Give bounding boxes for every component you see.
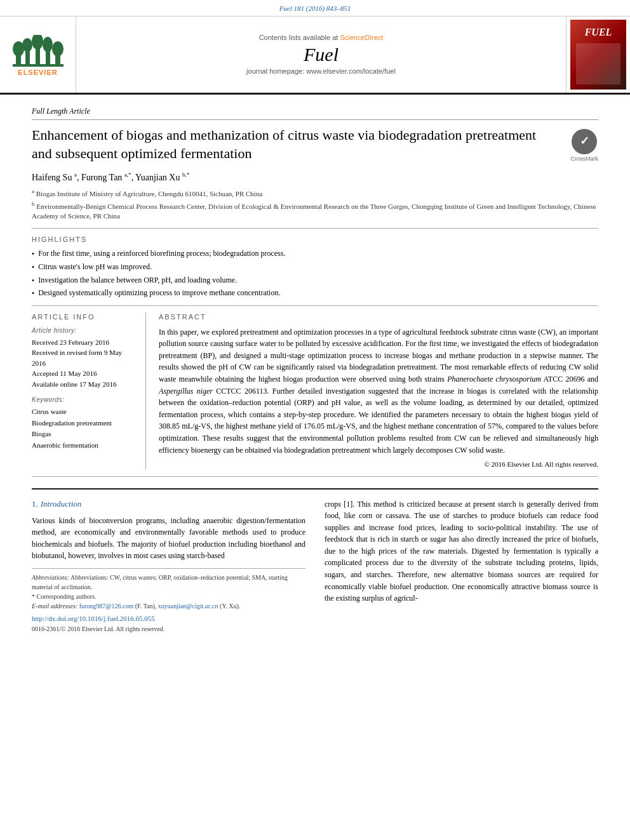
affil-a: a Biogas Institute of Ministry of Agricu…	[32, 187, 598, 199]
citation-bar: Fuel 181 (2016) 843–851	[0, 0, 630, 17]
author-sup-a2: a,*	[124, 171, 131, 178]
history-label: Article history:	[32, 326, 137, 335]
highlight-item-1: • For the first time, using a reinforced…	[32, 248, 598, 260]
abbreviations-line: Abbreviations: Abbreviations: CW, citrus…	[32, 573, 305, 592]
highlight-item-3: • Investigation the balance between ORP,…	[32, 275, 598, 286]
abstract-heading: ABSTRACT	[159, 312, 598, 322]
email-label: E-mail addresses:	[32, 603, 77, 610]
divider-2	[32, 305, 598, 306]
bullet-4: •	[32, 288, 34, 299]
citation-text: Fuel 181 (2016) 843–851	[279, 4, 351, 12]
abbrev-label: Abbreviations:	[32, 574, 69, 581]
abstract-text: In this paper, we explored pretreatment …	[159, 326, 598, 457]
article-type: Full Length Article	[32, 106, 598, 120]
affil-sup-a: a	[32, 188, 34, 194]
intro-two-col: 1.Introduction Various kinds of bioconve…	[32, 498, 598, 634]
divider-3	[32, 476, 598, 477]
email-furong[interactable]: furong987@126.com	[79, 603, 134, 610]
sciencedirect-line: Contents lists available at ScienceDirec…	[259, 33, 384, 43]
accepted-date: Accepted 11 May 2016	[32, 368, 137, 379]
highlight-text-3: Investigation the balance between ORP, p…	[38, 275, 237, 286]
highlight-item-4: • Designed systematically optimizing pro…	[32, 288, 598, 299]
journal-cover-area: FUEL	[566, 17, 630, 93]
elsevier-svg	[13, 35, 64, 67]
journal-homepage: journal homepage: www.elsevier.com/locat…	[246, 67, 396, 76]
email-yuanjian[interactable]: xuyuanjian@cigit.ac.cn	[158, 603, 218, 610]
highlight-text-4: Designed systematically optimizing proce…	[38, 288, 280, 298]
highlight-item-2: • Citrus waste's low pH was improved.	[32, 262, 598, 273]
svg-rect-6	[46, 51, 50, 65]
elsevier-logo: ELSEVIER	[13, 32, 64, 77]
available-date: Available online 17 May 2016	[32, 379, 137, 390]
author-sup-a: a	[74, 171, 77, 178]
crossmark-label: CrossMark	[570, 156, 598, 163]
intro-heading: 1.Introduction	[32, 498, 305, 510]
species-1: Phanerochaete chrysosporium	[447, 375, 541, 383]
journal-name: Fuel	[304, 45, 338, 64]
svg-rect-4	[36, 48, 40, 65]
journal-header: ELSEVIER Contents lists available at Sci…	[0, 17, 630, 95]
bullet-3: •	[32, 276, 34, 286]
introduction-section: 1.Introduction Various kinds of bioconve…	[32, 488, 598, 634]
svg-rect-2	[25, 51, 30, 65]
affil-a-text: Biogas Institute of Ministry of Agricult…	[36, 190, 263, 197]
intro-col-left: 1.Introduction Various kinds of bioconve…	[32, 498, 305, 634]
intro-para-2: crops [1]. This method is criticized bec…	[325, 498, 598, 604]
affil-b: b Environmentally-Benign Chemical Proces…	[32, 200, 598, 221]
abbrev-text: Abbreviations: CW, citrus wastes; ORP, o…	[32, 574, 288, 590]
info-abstract-row: ARTICLE INFO Article history: Received 2…	[32, 312, 598, 469]
crossmark[interactable]: ✓ CrossMark	[570, 129, 598, 163]
crossmark-icon: ✓	[572, 129, 597, 154]
page: Fuel 181 (2016) 843–851	[0, 0, 630, 840]
svg-point-5	[32, 35, 43, 50]
authors-line: Haifeng Su a, Furong Tan a,*, Yuanjian X…	[32, 171, 598, 183]
svg-rect-10	[13, 64, 64, 67]
article-title-row: Enhancement of biogas and methanization …	[32, 126, 598, 163]
journal-info-center: Contents lists available at ScienceDirec…	[76, 17, 566, 93]
article-info-heading: ARTICLE INFO	[32, 312, 137, 322]
sciencedirect-link[interactable]: ScienceDirect	[340, 34, 383, 41]
article-title-text: Enhancement of biogas and methanization …	[32, 126, 570, 163]
abstract-section: ABSTRACT In this paper, we explored pret…	[159, 312, 598, 469]
corresponding-note: * Corresponding authors.	[32, 592, 305, 601]
elsevier-logo-image	[13, 32, 64, 67]
footnotes: Abbreviations: Abbreviations: CW, citrus…	[32, 568, 305, 634]
affiliations: a Biogas Institute of Ministry of Agricu…	[32, 187, 598, 221]
species-2: Aspergillus niger	[159, 387, 213, 396]
elsevier-logo-area: ELSEVIER	[0, 17, 76, 93]
author-sup-b: b,*	[182, 171, 189, 178]
article-info: ARTICLE INFO Article history: Received 2…	[32, 312, 146, 469]
highlights-heading: HIGHLIGHTS	[32, 235, 598, 244]
revised-date: Received in revised form 9 May 2016	[32, 347, 137, 368]
fuel-cover-title: FUEL	[585, 25, 612, 39]
intro-para-1: Various kinds of bioconversion programs,…	[32, 515, 305, 562]
divider-1	[32, 228, 598, 229]
fuel-cover: FUEL	[570, 20, 626, 90]
keywords-list: Citrus waste Biodegradation pretreatment…	[32, 406, 137, 451]
main-content: Full Length Article Enhancement of bioga…	[0, 95, 630, 644]
email-line: E-mail addresses: furong987@126.com (F. …	[32, 601, 305, 611]
keyword-3: Biogas	[32, 429, 137, 440]
bullet-1: •	[32, 249, 34, 260]
keyword-4: Anaerobic fermentation	[32, 440, 137, 451]
svg-point-3	[22, 38, 32, 52]
issn-line: 0016-2361/© 2016 Elsevier Ltd. All right…	[32, 624, 305, 634]
received-date: Received 23 February 2016	[32, 337, 137, 348]
keywords-group: Keywords: Citrus waste Biodegradation pr…	[32, 396, 137, 451]
svg-point-9	[52, 41, 64, 57]
keywords-label: Keywords:	[32, 396, 137, 404]
elsevier-wordmark: ELSEVIER	[18, 68, 57, 77]
bullet-2: •	[32, 262, 34, 273]
keyword-2: Biodegradation pretreatment	[32, 418, 137, 429]
affil-sup-b: b	[32, 201, 35, 207]
fuel-cover-image	[576, 43, 620, 84]
affil-b-text: Environmentally-Benign Chemical Process …	[32, 203, 596, 220]
article-history: Article history: Received 23 February 20…	[32, 326, 137, 390]
highlight-text-2: Citrus waste's low pH was improved.	[38, 262, 152, 272]
highlights-section: HIGHLIGHTS • For the first time, using a…	[32, 235, 598, 300]
svg-point-7	[43, 37, 53, 52]
highlight-text-1: For the first time, using a reinforced b…	[38, 248, 285, 259]
doi-line[interactable]: http://dx.doi.org/10.1016/j.fuel.2016.05…	[32, 613, 305, 624]
keyword-1: Citrus waste	[32, 406, 137, 418]
intro-col-right: crops [1]. This method is criticized bec…	[325, 498, 598, 634]
